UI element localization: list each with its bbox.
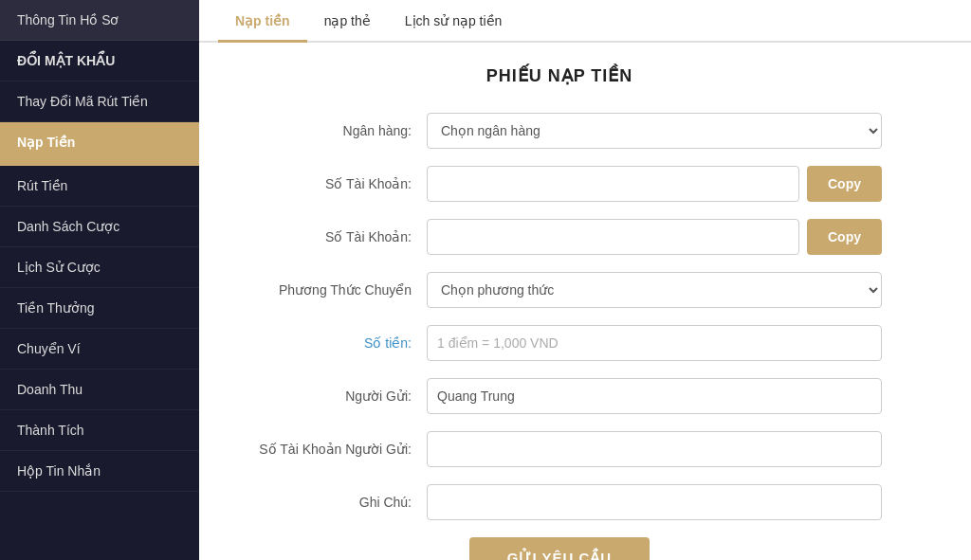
label-ngan-hang: Ngân hàng: [237,123,427,138]
sidebar-item-lich-su-cuoc[interactable]: Lịch Sử Cược [0,247,199,288]
sidebar-item-thong-tin-ho-so[interactable]: Thông Tin Hồ Sơ [0,0,199,41]
sidebar-item-rut-tien[interactable]: Rút Tiền [0,166,199,207]
form-row-so-tai-khoan-nguoi-gui: Số Tài Khoản Người Gửi: [237,431,882,467]
sidebar-item-danh-sach-cuoc[interactable]: Danh Sách Cược [0,207,199,247]
select-phuong-thuc-chuyen[interactable]: Chọn phương thức [427,272,882,308]
form-row-so-tai-khoan-1: Số Tài Khoản:Copy [237,166,882,202]
sidebar-item-hop-tin-nhan[interactable]: Hộp Tin Nhắn [0,451,199,492]
label-so-tai-khoan-nguoi-gui: Số Tài Khoản Người Gửi: [237,442,427,457]
sidebar-item-thay-doi-ma-rut-tien[interactable]: Thay Đổi Mã Rút Tiền [0,81,199,122]
select-ngan-hang[interactable]: Chọn ngân hàng [427,113,882,149]
form-row-so-tai-khoan-2: Số Tài Khoản:Copy [237,219,882,255]
sidebar-item-tien-thuong[interactable]: Tiền Thưởng [0,288,199,329]
label-phuong-thuc-chuyen: Phương Thức Chuyển [237,282,427,298]
tab-nap-tien[interactable]: Nạp tiền [218,0,307,43]
form-row-nguoi-gui: Người Gửi: [237,378,882,414]
copy-button-so-tai-khoan-1[interactable]: Copy [807,166,882,202]
input-so-tai-khoan-2[interactable] [427,219,799,255]
input-so-tai-khoan-nguoi-gui[interactable] [427,431,882,467]
submit-button[interactable]: GỬI YÊU CẦU [469,537,650,560]
form-row-so-tien: Số tiền: [237,325,882,361]
sidebar-item-doi-mat-khau[interactable]: ĐỔI MẬT KHẨU [0,41,199,81]
form-area: PHIẾU NẠP TIỀN Ngân hàng:Chọn ngân hàngS… [199,43,920,560]
active-arrow-icon: ◀ [171,135,182,153]
input-so-tien[interactable] [427,325,882,361]
copy-button-so-tai-khoan-2[interactable]: Copy [807,219,882,255]
input-nguoi-gui[interactable] [427,378,882,414]
sidebar-item-chuyen-vi[interactable]: Chuyển Ví [0,329,199,370]
sidebar-item-nap-tien[interactable]: Nạp Tiền◀ [0,122,199,166]
sidebar-item-thanh-tich[interactable]: Thành Tích [0,410,199,451]
tab-lich-su-nap-tien[interactable]: Lịch sử nạp tiền [388,0,520,43]
label-so-tai-khoan-2: Số Tài Khoản: [237,229,427,244]
sidebar-item-doanh-thu[interactable]: Doanh Thu [0,370,199,410]
tab-nap-the[interactable]: nạp thẻ [307,0,388,43]
form-row-phuong-thuc-chuyen: Phương Thức ChuyểnChọn phương thức [237,272,882,308]
form-title: PHIẾU NẠP TIỀN [237,65,882,86]
label-ghi-chu: Ghi Chú: [237,495,427,510]
input-ghi-chu[interactable] [427,484,882,520]
label-so-tai-khoan-1: Số Tài Khoản: [237,176,427,191]
input-so-tai-khoan-1[interactable] [427,166,799,202]
sidebar: Thông Tin Hồ SơĐỔI MẬT KHẨUThay Đổi Mã R… [0,0,199,560]
form-row-ngan-hang: Ngân hàng:Chọn ngân hàng [237,113,882,149]
label-nguoi-gui: Người Gửi: [237,388,427,404]
main-content: Nạp tiềnnạp thẻLịch sử nạp tiền PHIẾU NẠ… [199,0,971,560]
label-so-tien: Số tiền: [237,335,427,351]
form-row-ghi-chu: Ghi Chú: [237,484,882,520]
tabs-bar: Nạp tiềnnạp thẻLịch sử nạp tiền [199,0,971,43]
